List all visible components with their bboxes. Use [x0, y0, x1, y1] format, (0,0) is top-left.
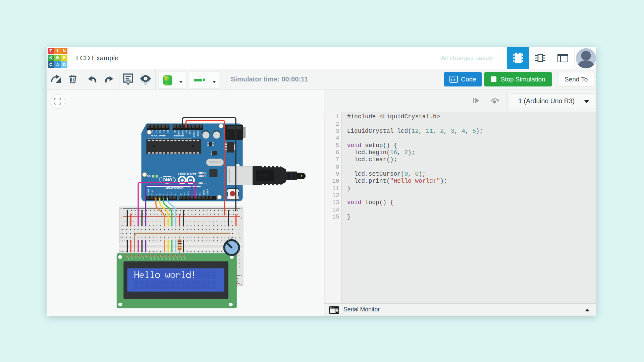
- svg-text:c: c: [238, 258, 240, 260]
- svg-text:RS: RS: [139, 257, 141, 259]
- svg-text:IOREF: IOREF: [197, 130, 199, 136]
- svg-text:a: a: [238, 266, 240, 267]
- svg-text:–: –: [120, 207, 122, 210]
- svg-text:Vin: Vin: [174, 130, 176, 133]
- svg-text:ON: ON: [147, 175, 151, 177]
- svg-text:g: g: [120, 236, 122, 238]
- svg-text:j: j: [238, 226, 241, 227]
- svg-text:RESET: RESET: [193, 130, 195, 137]
- svg-text:RX+0: RX+0: [147, 189, 150, 195]
- svg-text:e: e: [120, 251, 122, 252]
- svg-text:f: f: [238, 241, 240, 241]
- svg-text:GND: GND: [203, 190, 205, 195]
- svg-text:RX: RX: [203, 172, 206, 174]
- svg-text:A4: A4: [151, 130, 154, 133]
- svg-text:V0: V0: [135, 257, 137, 259]
- svg-text:DB3: DB3: [161, 257, 163, 260]
- svg-text:10: 10: [155, 221, 157, 223]
- svg-text:5V: 5V: [185, 130, 187, 133]
- svg-text:13: 13: [199, 192, 201, 195]
- svg-text:11: 11: [159, 221, 161, 223]
- svg-text:h: h: [238, 233, 240, 234]
- svg-text:8: 8: [148, 221, 150, 222]
- svg-text:b: b: [238, 262, 240, 264]
- svg-text:AREF: AREF: [206, 189, 209, 195]
- svg-text:22: 22: [201, 221, 203, 223]
- svg-text:TX+1: TX+1: [151, 190, 153, 195]
- svg-text:POWER: POWER: [173, 134, 183, 137]
- svg-text:A0: A0: [167, 130, 169, 133]
- svg-text:UNO: UNO: [162, 177, 172, 182]
- svg-text:30: 30: [231, 221, 233, 223]
- svg-text:RW: RW: [143, 257, 144, 260]
- svg-text:VCC: VCC: [131, 257, 133, 260]
- svg-text:LED: LED: [180, 257, 182, 260]
- svg-text:DB0: DB0: [150, 257, 152, 260]
- svg-text:–: –: [240, 207, 242, 210]
- svg-text:16.000MHz: 16.000MHz: [209, 161, 221, 163]
- svg-text:27: 27: [220, 221, 222, 223]
- svg-text:DB6: DB6: [173, 257, 174, 260]
- svg-text:TX: TX: [203, 175, 206, 177]
- svg-text:4: 4: [162, 193, 165, 195]
- svg-text:DB5: DB5: [169, 257, 171, 260]
- svg-text:A1: A1: [163, 130, 165, 133]
- svg-text:h: h: [120, 233, 122, 234]
- svg-text:A5: A5: [148, 130, 150, 133]
- svg-text:f: f: [120, 241, 122, 241]
- svg-text:24: 24: [208, 221, 210, 223]
- svg-text:ARDUINO: ARDUINO: [178, 172, 197, 176]
- svg-text:DB1: DB1: [154, 257, 156, 260]
- svg-text:DB2: DB2: [158, 257, 159, 260]
- svg-text:23: 23: [204, 221, 206, 223]
- svg-text:DIGITAL (PWM~): DIGITAL (PWM~): [163, 187, 183, 190]
- svg-text:+: +: [120, 216, 122, 220]
- svg-text:28: 28: [223, 221, 225, 223]
- svg-text:1: 1: [121, 221, 123, 222]
- svg-text:+: +: [240, 283, 243, 287]
- svg-text:18: 18: [185, 221, 187, 223]
- svg-text:~5: ~5: [166, 192, 168, 195]
- svg-text:DB7: DB7: [177, 257, 178, 260]
- svg-text:A2: A2: [159, 130, 161, 133]
- svg-text:ANALOG IN: ANALOG IN: [151, 134, 166, 137]
- svg-text:~3: ~3: [159, 192, 161, 195]
- svg-text:9: 9: [152, 221, 154, 222]
- svg-text:3.3V: 3.3V: [189, 130, 191, 135]
- svg-text:19: 19: [189, 221, 191, 223]
- svg-text:d: d: [238, 255, 240, 256]
- svg-text:21: 21: [197, 221, 199, 223]
- svg-text:7: 7: [174, 193, 176, 195]
- svg-text:~9: ~9: [183, 192, 186, 195]
- svg-text:~6: ~6: [170, 192, 172, 195]
- svg-text:GND: GND: [127, 257, 129, 260]
- svg-text:g: g: [238, 236, 241, 238]
- svg-text:25: 25: [212, 221, 214, 223]
- svg-text:E: E: [146, 257, 148, 258]
- svg-text:j: j: [120, 226, 122, 227]
- svg-text:DB4: DB4: [165, 257, 167, 260]
- svg-text:26: 26: [216, 221, 218, 223]
- svg-text:A3: A3: [155, 130, 158, 133]
- svg-text:4: 4: [132, 221, 135, 222]
- svg-text:20: 20: [193, 221, 195, 223]
- svg-text:–: –: [240, 274, 242, 277]
- svg-text:8: 8: [180, 193, 182, 195]
- svg-text:LED: LED: [184, 257, 186, 260]
- svg-text:1: 1: [205, 182, 206, 185]
- svg-text:2: 2: [155, 193, 157, 195]
- svg-text:~10: ~10: [187, 191, 190, 195]
- svg-text:+: +: [240, 216, 243, 220]
